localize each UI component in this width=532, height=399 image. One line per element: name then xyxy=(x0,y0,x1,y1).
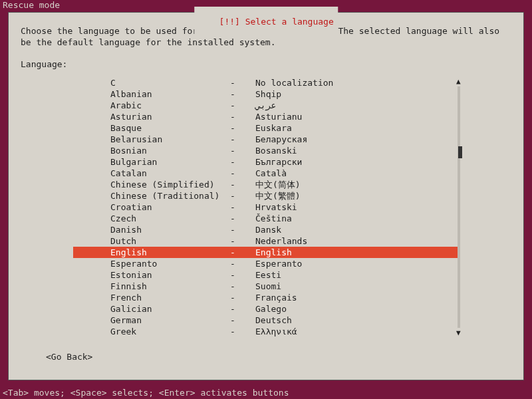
language-name-native: Français xyxy=(255,292,459,303)
language-separator: - xyxy=(230,145,255,156)
scroll-thumb[interactable] xyxy=(458,146,462,158)
language-option[interactable]: Galician-Galego xyxy=(73,303,459,315)
language-option[interactable]: Asturian-Asturianu xyxy=(73,111,459,122)
dialog-title: [!!] Select a language xyxy=(194,7,338,37)
language-name-english: C xyxy=(110,77,230,88)
language-option[interactable]: C-No localization xyxy=(73,77,459,88)
language-separator: - xyxy=(230,179,255,190)
language-name-native: Ελληνικά xyxy=(255,326,459,337)
language-separator: - xyxy=(230,111,255,122)
language-name-english: Dutch xyxy=(110,235,230,247)
language-separator: - xyxy=(230,281,255,292)
language-name-english: French xyxy=(110,292,230,303)
language-list-wrap: C-No localizationAlbanian-ShqipArabic-عر… xyxy=(73,77,459,337)
language-name-native: Shqip xyxy=(255,88,459,100)
language-option[interactable]: Esperanto-Esperanto xyxy=(73,258,459,269)
language-option[interactable]: English-English xyxy=(73,247,459,258)
language-name-native: Hrvatski xyxy=(255,201,459,213)
language-separator: - xyxy=(230,122,255,134)
language-option[interactable]: Dutch-Nederlands xyxy=(73,235,459,247)
language-option[interactable]: Chinese (Traditional)-中文(繁體) xyxy=(73,190,459,201)
language-name-native: Nederlands xyxy=(255,235,459,247)
language-name-native: English xyxy=(255,247,459,258)
language-separator: - xyxy=(230,224,255,235)
language-option[interactable]: Greek-Ελληνικά xyxy=(73,326,459,337)
language-name-english: Albanian xyxy=(110,88,230,100)
language-option[interactable]: French-Français xyxy=(73,292,459,303)
language-separator: - xyxy=(230,88,255,100)
language-name-english: Chinese (Simplified) xyxy=(110,179,230,190)
language-field-label: Language: xyxy=(21,59,511,69)
language-name-english: Belarusian xyxy=(110,134,230,145)
language-name-english: Danish xyxy=(110,224,230,235)
language-name-english: Finnish xyxy=(110,281,230,292)
language-separator: - xyxy=(230,201,255,213)
language-option[interactable]: Chinese (Simplified)-中文(简体) xyxy=(73,179,459,190)
language-list[interactable]: C-No localizationAlbanian-ShqipArabic-عر… xyxy=(73,77,459,337)
language-name-native: Bosanski xyxy=(255,145,459,156)
language-option[interactable]: Czech-Čeština xyxy=(73,213,459,224)
language-name-english: Greek xyxy=(110,326,230,337)
scroll-down-icon[interactable]: ▼ xyxy=(456,329,461,337)
language-name-english: Croatian xyxy=(110,201,230,213)
language-name-english: Esperanto xyxy=(110,258,230,269)
scrollbar[interactable]: ▲ ▼ xyxy=(456,77,463,337)
language-separator: - xyxy=(230,315,255,326)
scroll-up-icon[interactable]: ▲ xyxy=(456,77,461,86)
language-name-english: Chinese (Traditional) xyxy=(110,190,230,201)
language-option[interactable]: Albanian-Shqip xyxy=(73,88,459,100)
language-name-native: Euskara xyxy=(255,122,459,134)
language-option[interactable]: Croatian-Hrvatski xyxy=(73,201,459,213)
language-name-native: Esperanto xyxy=(255,258,459,269)
language-name-native: 中文(简体) xyxy=(255,179,459,190)
language-separator: - xyxy=(230,258,255,269)
language-separator: - xyxy=(230,292,255,303)
select-language-dialog: [!!] Select a language Choose the langua… xyxy=(8,12,524,380)
language-separator: - xyxy=(230,190,255,201)
language-option[interactable]: Basque-Euskara xyxy=(73,122,459,134)
footer-help: <Tab> moves; <Space> selects; <Enter> ac… xyxy=(3,388,289,398)
language-separator: - xyxy=(230,303,255,315)
language-name-english: Bosnian xyxy=(110,145,230,156)
language-name-native: Català xyxy=(255,168,459,179)
language-option[interactable]: German-Deutsch xyxy=(73,315,459,326)
language-name-english: Galician xyxy=(110,303,230,315)
language-option[interactable]: Bosnian-Bosanski xyxy=(73,145,459,156)
language-name-english: Estonian xyxy=(110,269,230,281)
language-option[interactable]: Bulgarian-Български xyxy=(73,156,459,168)
language-separator: - xyxy=(230,247,255,258)
language-name-english: Basque xyxy=(110,122,230,134)
language-name-english: Arabic xyxy=(110,100,230,111)
language-option[interactable]: Danish-Dansk xyxy=(73,224,459,235)
language-name-english: German xyxy=(110,315,230,326)
language-option[interactable]: Catalan-Català xyxy=(73,168,459,179)
language-separator: - xyxy=(230,156,255,168)
language-separator: - xyxy=(230,134,255,145)
go-back-button[interactable]: <Go Back> xyxy=(46,352,92,362)
language-name-english: Bulgarian xyxy=(110,156,230,168)
language-separator: - xyxy=(230,100,255,111)
language-option[interactable]: Estonian-Eesti xyxy=(73,269,459,281)
language-name-english: Czech xyxy=(110,213,230,224)
language-name-native: Български xyxy=(255,156,459,168)
language-name-native: Eesti xyxy=(255,269,459,281)
language-name-english: Catalan xyxy=(110,168,230,179)
language-name-native: Čeština xyxy=(255,213,459,224)
language-separator: - xyxy=(230,77,255,88)
language-separator: - xyxy=(230,168,255,179)
language-name-native: Asturianu xyxy=(255,111,459,122)
language-separator: - xyxy=(230,269,255,281)
language-option[interactable]: Belarusian-Беларуская xyxy=(73,134,459,145)
language-name-native: No localization xyxy=(255,77,459,88)
language-name-native: Galego xyxy=(255,303,459,315)
language-separator: - xyxy=(230,213,255,224)
language-name-native: Беларуская xyxy=(255,134,459,145)
language-separator: - xyxy=(230,235,255,247)
language-option[interactable]: Finnish-Suomi xyxy=(73,281,459,292)
language-name-english: Asturian xyxy=(110,111,230,122)
scroll-track[interactable] xyxy=(458,86,460,328)
language-option[interactable]: Arabic-عربي xyxy=(73,100,459,111)
language-name-native: 中文(繁體) xyxy=(255,190,459,201)
language-name-native: Suomi xyxy=(255,281,459,292)
language-name-native: عربي xyxy=(255,100,459,111)
